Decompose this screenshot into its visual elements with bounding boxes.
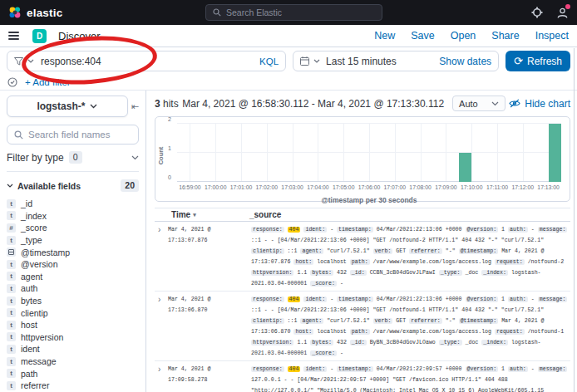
nav-action-new[interactable]: New — [374, 30, 395, 42]
field-item-clientip[interactable]: tclientip — [7, 306, 139, 319]
field-name-chip: ident: — [303, 227, 327, 233]
field-item-id[interactable]: t_id — [7, 198, 139, 210]
interval-select[interactable]: Auto — [452, 96, 505, 111]
x-tick-label: 17:11:00 — [486, 184, 508, 190]
available-fields-count-badge: 20 — [121, 179, 139, 192]
field-item-bytes[interactable]: tbytes — [7, 295, 139, 307]
query-input[interactable]: response:404 KQL — [7, 51, 286, 71]
field-label: clientip — [21, 308, 48, 318]
x-tick-label: 17:03:00 — [281, 184, 303, 190]
filter-by-type[interactable]: Filter by type 0 — [7, 151, 139, 172]
field-name-chip: timestamp: — [337, 366, 373, 372]
field-name-chip: _type: — [439, 340, 462, 345]
hide-chart-button[interactable]: Hide chart — [509, 98, 570, 110]
grid-line — [471, 124, 472, 182]
x-tick-label: 17:02:00 — [256, 184, 278, 190]
field-item-referrer[interactable]: treferrer — [7, 380, 139, 392]
y-tick-label: 1 — [168, 145, 171, 151]
field-item-index[interactable]: t_index — [7, 210, 139, 223]
field-item-type[interactable]: t_type — [7, 234, 139, 247]
field-name-chip: ident: — [303, 366, 327, 372]
gear-icon[interactable] — [531, 7, 543, 18]
available-fields-header[interactable]: Available fields 20 — [7, 179, 139, 192]
x-tick-label: 17:05:00 — [333, 184, 354, 190]
index-pattern-select[interactable]: logstash-* — [7, 96, 128, 117]
grid-line — [395, 124, 396, 182]
collapse-sidebar-icon[interactable]: ⇤ — [131, 101, 139, 112]
x-tick-label: 17:00:00 — [205, 184, 226, 190]
grid-line — [343, 124, 344, 182]
user-avatar[interactable] — [556, 7, 569, 19]
field-item-version[interactable]: t@version — [7, 258, 139, 271]
field-item-score[interactable]: #_score — [7, 222, 139, 234]
histogram-bar[interactable] — [549, 124, 561, 182]
grid-line — [523, 124, 524, 182]
table-row[interactable]: ›Mar 4, 2021 @ 17:13:07.876response: 404… — [155, 222, 570, 292]
table-row[interactable]: ›Mar 4, 2021 @ 17:13:06.870response: 404… — [155, 292, 570, 361]
field-item-path[interactable]: tpath — [7, 367, 139, 380]
menu-icon[interactable] — [8, 32, 19, 40]
field-item-auth[interactable]: tauth — [7, 282, 139, 295]
field-item-ident[interactable]: tident — [7, 343, 139, 355]
calendar-icon — [300, 56, 309, 66]
nav-action-share[interactable]: Share — [491, 30, 519, 42]
eye-slash-icon — [509, 99, 520, 108]
grid-line — [241, 124, 242, 182]
string-field-icon: t — [7, 332, 16, 341]
field-label: _id — [21, 198, 32, 208]
field-name-chip: agent: — [300, 318, 323, 324]
x-tick-label: 17:10:00 — [461, 184, 482, 190]
saved-query-icon[interactable] — [14, 57, 23, 66]
field-name-chip: httpversion: — [251, 340, 293, 345]
field-name-chip: path: — [350, 259, 370, 265]
source-column-header: _source — [249, 210, 281, 219]
x-tick-label: 17:12:00 — [512, 184, 534, 190]
x-tick-label: 17:01:00 — [230, 184, 252, 190]
filter-options-icon[interactable] — [7, 77, 17, 87]
field-search-placeholder: Search field names — [28, 130, 110, 140]
field-name-chip: _id: — [350, 270, 367, 276]
histogram-bar[interactable] — [459, 153, 471, 182]
field-item-host[interactable]: thost — [7, 319, 139, 331]
nav-action-open[interactable]: Open — [451, 30, 476, 42]
field-search-input[interactable]: Search field names — [7, 125, 139, 145]
grid-line — [421, 124, 422, 182]
sort-descending-icon: ▾ — [193, 212, 196, 218]
scrollbar[interactable] — [574, 48, 575, 392]
x-tick-label: 16:59:00 — [179, 184, 200, 190]
expand-row-icon[interactable]: › — [155, 224, 168, 235]
date-field-icon — [7, 247, 16, 257]
nav-action-inspect[interactable]: Inspect — [535, 30, 569, 42]
string-field-icon: t — [7, 321, 16, 330]
field-item-timestamp[interactable]: @timestamp — [7, 246, 139, 258]
grid-line — [446, 124, 446, 182]
field-item-message[interactable]: tmessage — [7, 355, 139, 368]
string-field-icon: t — [7, 236, 16, 245]
nav-action-save[interactable]: Save — [411, 30, 435, 42]
show-dates-button[interactable]: Show dates — [439, 56, 491, 67]
field-label: host — [21, 320, 37, 330]
field-name-chip: request: — [495, 259, 525, 265]
table-row[interactable]: ›Mar 4, 2021 @ 17:09:58.278response: 404… — [155, 361, 570, 392]
row-source: response: 404 ident: - timestamp: 04/Mar… — [251, 224, 570, 289]
expand-row-icon[interactable]: › — [155, 294, 168, 305]
date-picker[interactable]: Last 15 minutes Show dates — [293, 51, 499, 71]
global-search-input[interactable]: Search Elastic — [205, 4, 382, 21]
grid-line — [190, 124, 190, 182]
string-field-icon: t — [7, 260, 16, 269]
field-item-agent[interactable]: tagent — [7, 271, 139, 283]
string-field-icon: t — [7, 211, 16, 220]
elastic-logo[interactable]: elastic — [8, 6, 62, 19]
refresh-button[interactable]: ⟳ Refresh — [505, 51, 570, 71]
highlighted-value: 404 — [288, 366, 301, 372]
histogram-plot-area[interactable]: 012 — [177, 124, 561, 182]
field-item-httpversion[interactable]: thttpversion — [7, 331, 139, 344]
field-name-chip: _score: — [310, 281, 337, 287]
add-filter-button[interactable]: + Add filter — [25, 77, 71, 87]
expand-row-icon[interactable]: › — [155, 364, 168, 375]
field-name-chip: _index: — [481, 340, 508, 345]
discover-app-badge[interactable]: D — [32, 29, 47, 43]
field-name-chip: verb: — [373, 318, 393, 324]
time-column-header[interactable]: Time ▾ — [155, 210, 249, 219]
kql-language-toggle[interactable]: KQL — [259, 56, 279, 66]
